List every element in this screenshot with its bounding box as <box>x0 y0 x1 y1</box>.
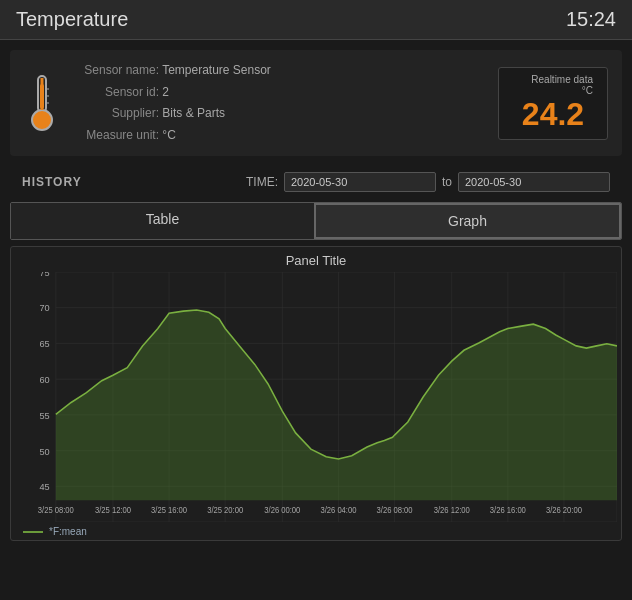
history-bar: HISTORY TIME: to <box>10 166 622 198</box>
sensor-info-left: Sensor name: Temperature Sensor Sensor i… <box>24 60 271 146</box>
svg-text:3/26 16:00: 3/26 16:00 <box>490 506 527 515</box>
realtime-value: 24.2 <box>513 96 593 133</box>
app-header: Temperature 15:24 <box>0 0 632 40</box>
svg-text:75: 75 <box>39 272 49 278</box>
time-from-input[interactable] <box>284 172 436 192</box>
realtime-unit: °C <box>513 85 593 96</box>
chart-legend: *F:mean <box>15 522 617 537</box>
svg-text:3/25 12:00: 3/25 12:00 <box>95 506 132 515</box>
svg-text:3/26 20:00: 3/26 20:00 <box>546 506 583 515</box>
svg-text:3/26 12:00: 3/26 12:00 <box>434 506 471 515</box>
svg-text:50: 50 <box>39 446 49 457</box>
realtime-label: Realtime data <box>513 74 593 85</box>
chart-container: Panel Title <box>10 246 622 541</box>
sensor-id-label: Sensor id: <box>74 82 159 104</box>
sensor-measure-value: °C <box>162 128 175 142</box>
sensor-supplier-label: Supplier: <box>74 103 159 125</box>
legend-label: *F:mean <box>49 526 87 537</box>
sensor-measure-label: Measure unit: <box>74 125 159 147</box>
svg-text:3/26 00:00: 3/26 00:00 <box>264 506 301 515</box>
sensor-supplier-value: Bits & Parts <box>162 106 225 120</box>
realtime-box: Realtime data °C 24.2 <box>498 67 608 140</box>
svg-point-2 <box>32 110 52 130</box>
svg-text:60: 60 <box>39 374 49 385</box>
tab-graph[interactable]: Graph <box>314 203 621 239</box>
sensor-id-value: 2 <box>162 85 169 99</box>
time-to-input[interactable] <box>458 172 610 192</box>
svg-text:65: 65 <box>39 338 49 349</box>
current-time: 15:24 <box>566 8 616 31</box>
sensor-details: Sensor name: Temperature Sensor Sensor i… <box>74 60 271 146</box>
svg-text:3/26 08:00: 3/26 08:00 <box>377 506 414 515</box>
svg-text:3/26 04:00: 3/26 04:00 <box>320 506 357 515</box>
sensor-name-value: Temperature Sensor <box>162 63 271 77</box>
thermometer-icon <box>24 73 60 133</box>
time-to-word: to <box>442 175 452 189</box>
tab-table[interactable]: Table <box>11 203 314 239</box>
sensor-name-label: Sensor name: <box>74 60 159 82</box>
svg-text:3/25 20:00: 3/25 20:00 <box>207 506 244 515</box>
svg-text:70: 70 <box>39 302 49 313</box>
svg-text:55: 55 <box>39 410 49 421</box>
svg-text:3/25 16:00: 3/25 16:00 <box>151 506 188 515</box>
chart-title: Panel Title <box>15 253 617 268</box>
svg-text:45: 45 <box>39 482 49 493</box>
svg-text:3/25 08:00: 3/25 08:00 <box>38 506 75 515</box>
legend-line-icon <box>23 531 43 533</box>
page-title: Temperature <box>16 8 128 31</box>
sensor-card: Sensor name: Temperature Sensor Sensor i… <box>10 50 622 156</box>
view-tabs: Table Graph <box>10 202 622 240</box>
time-label: TIME: <box>246 175 278 189</box>
time-range: TIME: to <box>246 172 610 192</box>
history-label: HISTORY <box>22 175 82 189</box>
chart-inner: 75 70 65 60 55 50 45 3/25 08:00 3/25 12:… <box>15 272 617 522</box>
